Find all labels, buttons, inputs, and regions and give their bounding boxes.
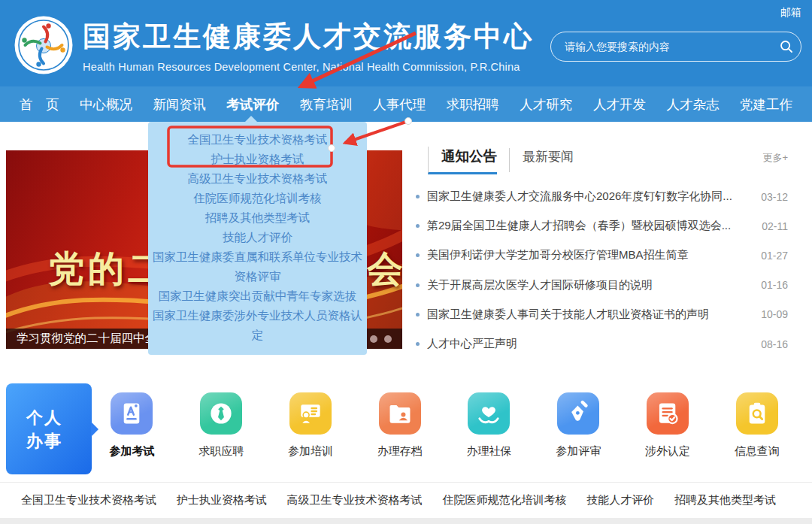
main-content: 党的二十届四中全会 学习贯彻党的二十届四中全会精神 通知公告最新要闻 更多+ 国 [0, 122, 812, 380]
notice-panel: 通知公告最新要闻 更多+ 国家卫生健康委人才交流服务中心2026年度钉钉数字化协… [416, 147, 788, 359]
personal-affairs-block[interactable]: 个人 办事 [6, 383, 92, 474]
service-item[interactable]: 涉外认定 [623, 392, 713, 482]
training-icon[interactable] [289, 392, 332, 435]
notice-date: 02-11 [762, 220, 788, 232]
dropdown-menu-item[interactable]: 护士执业资格考试 [148, 150, 367, 169]
service-item[interactable]: 参加考试 [87, 392, 177, 482]
notice-title[interactable]: 关于开展高层次医学人才国际研修项目的说明 [427, 278, 761, 292]
search-icon[interactable] [772, 39, 801, 54]
exam-evaluation-dropdown: 全国卫生专业技术资格考试护士执业资格考试高级卫生专业技术资格考试住院医师规范化培… [148, 122, 367, 355]
quick-link[interactable]: 全国卫生专业技术资格考试 [21, 493, 156, 507]
notice-header: 通知公告最新要闻 更多+ [416, 147, 788, 174]
service-label: 参加评审 [556, 444, 601, 459]
carousel-dot[interactable] [370, 335, 377, 343]
notice-tab[interactable]: 最新要闻 [509, 148, 574, 172]
notice-list-item[interactable]: 国家卫生健康委人事司关于技能人才职业资格证书的声明 10-09 [416, 300, 788, 329]
service-item[interactable]: 信息查询 [712, 392, 801, 482]
notice-title[interactable]: 人才中心严正声明 [427, 337, 761, 351]
nav-item[interactable]: 考试评价 [226, 95, 279, 114]
archive-icon[interactable] [379, 392, 421, 435]
dropdown-menu-item[interactable]: 技能人才评价 [148, 228, 367, 247]
notice-list-item[interactable]: 美国伊利诺伊大学芝加哥分校医疗管理MBA招生简章 01-27 [416, 241, 788, 270]
service-item[interactable]: 参加培训 [266, 392, 356, 482]
social-icon[interactable] [468, 392, 510, 435]
search-box[interactable] [550, 32, 801, 62]
site-subtitle: Health Human Resources Development Cente… [83, 61, 534, 73]
notice-date: 08-16 [761, 338, 788, 350]
service-items: 参加考试 求职应聘 参加培训 办理存档 [87, 392, 812, 482]
job-icon[interactable] [200, 392, 242, 435]
site-title: 国家卫生健康委人才交流服务中心 [83, 18, 534, 56]
bullet-dot-icon [416, 283, 420, 287]
dropdown-menu-item[interactable]: 招聘及其他类型考试 [148, 208, 367, 228]
notice-date: 01-27 [761, 250, 788, 262]
notice-title[interactable]: 国家卫生健康委人才交流服务中心2026年度钉钉数字化协同... [427, 189, 761, 204]
service-label: 涉外认定 [645, 444, 690, 459]
nav-item[interactable]: 人才开发 [593, 95, 646, 114]
service-item[interactable]: 求职应聘 [177, 392, 266, 482]
personal-affairs-line2: 办事 [26, 429, 92, 453]
search-input[interactable] [551, 41, 772, 53]
exam-icon[interactable] [111, 392, 153, 435]
notice-list-item[interactable]: 人才中心严正声明 08-16 [416, 329, 788, 359]
nav-item[interactable]: 新闻资讯 [153, 95, 206, 114]
bullet-dot-icon [416, 224, 420, 228]
mailbox-link[interactable]: 邮箱 [780, 6, 801, 20]
nav-item[interactable]: 首 页 [20, 95, 59, 114]
nav-item[interactable]: 求职招聘 [447, 95, 499, 114]
review-icon[interactable] [557, 392, 599, 435]
dropdown-menu-item[interactable]: 国家卫生健康突出贡献中青年专家选拔 [148, 286, 367, 306]
nav-item[interactable]: 教育培训 [300, 95, 353, 114]
notice-list-item[interactable]: 国家卫生健康委人才交流服务中心2026年度钉钉数字化协同... 03-12 [416, 182, 788, 211]
notice-list-item[interactable]: 第29届全国卫生健康人才招聘会（春季）暨校园硕博双选会... 02-11 [416, 211, 788, 241]
info-icon[interactable] [736, 392, 778, 435]
personal-affairs-line1: 个人 [26, 406, 92, 429]
personal-services-section: 个人 办事 参加考试 求职应聘 参加培 [0, 380, 812, 482]
dropdown-menu-item[interactable]: 全国卫生专业技术资格考试 [148, 130, 367, 150]
quick-link[interactable]: 技能人才评价 [586, 493, 654, 507]
notice-tab[interactable]: 通知公告 [428, 147, 497, 174]
dropdown-menu-item[interactable]: 国家卫生健康委涉外专业技术人员资格认定 [148, 306, 367, 345]
nav-item[interactable]: 人事代理 [373, 95, 426, 114]
nav-item[interactable]: 人才研究 [520, 95, 572, 114]
nav-item[interactable]: 中心概况 [80, 95, 132, 114]
bullet-dot-icon [416, 313, 420, 317]
notice-title[interactable]: 美国伊利诺伊大学芝加哥分校医疗管理MBA招生简章 [427, 248, 761, 262]
bullet-dot-icon [416, 195, 420, 198]
service-item[interactable]: 办理社保 [444, 392, 534, 482]
more-link[interactable]: 更多+ [762, 151, 788, 165]
nav-item[interactable]: 人才杂志 [666, 95, 719, 114]
quick-link[interactable]: 招聘及其他类型考试 [674, 493, 776, 507]
service-item[interactable]: 参加评审 [534, 392, 623, 482]
center-logo[interactable] [14, 15, 74, 75]
nav-item[interactable]: 党建工作 [740, 95, 792, 114]
page: 邮箱 国家卫生健康委人才交流服务中心 [0, 0, 812, 524]
carousel-dot[interactable] [384, 335, 392, 343]
bullet-dot-icon [416, 253, 420, 257]
notice-title[interactable]: 第29届全国卫生健康人才招聘会（春季）暨校园硕博双选会... [427, 219, 762, 233]
dropdown-menu-item[interactable]: 住院医师规范化培训考核 [148, 189, 367, 208]
main-nav: 首 页中心概况新闻资讯考试评价教育培训人事代理求职招聘人才研究人才开发人才杂志党… [0, 86, 812, 122]
dropdown-menu-item[interactable]: 国家卫生健康委直属和联系单位专业技术资格评审 [148, 247, 367, 286]
service-label: 参加培训 [288, 444, 333, 459]
service-label: 信息查询 [735, 444, 780, 459]
service-label: 求职应聘 [198, 444, 244, 459]
quick-link[interactable]: 高级卫生专业技术资格考试 [287, 493, 423, 507]
foreign-icon[interactable] [647, 392, 689, 435]
notice-title[interactable]: 国家卫生健康委人事司关于技能人才职业资格证书的声明 [427, 307, 761, 322]
bottom-strip [0, 518, 812, 524]
quick-link[interactable]: 护士执业资格考试 [177, 493, 267, 507]
titles: 国家卫生健康委人才交流服务中心 Health Human Resources D… [83, 18, 534, 73]
brand: 国家卫生健康委人才交流服务中心 Health Human Resources D… [14, 15, 534, 75]
service-label: 参加考试 [109, 444, 154, 459]
notice-date: 03-12 [761, 191, 788, 203]
bullet-dot-icon [416, 342, 420, 346]
notice-date: 10-09 [761, 308, 788, 320]
service-label: 办理社保 [466, 444, 511, 459]
notice-date: 01-16 [761, 279, 788, 291]
service-item[interactable]: 办理存档 [355, 392, 444, 482]
notice-list-item[interactable]: 关于开展高层次医学人才国际研修项目的说明 01-16 [416, 271, 788, 300]
quick-link[interactable]: 住院医师规范化培训考核 [442, 493, 566, 507]
site-header: 邮箱 国家卫生健康委人才交流服务中心 [0, 0, 812, 86]
dropdown-menu-item[interactable]: 高级卫生专业技术资格考试 [148, 169, 367, 189]
